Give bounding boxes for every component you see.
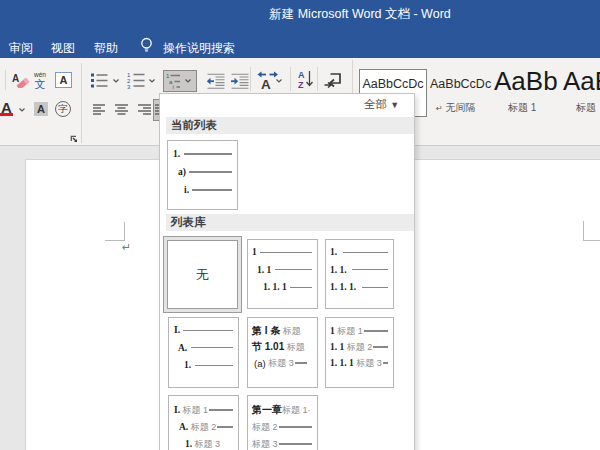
svg-text:wén: wén (33, 71, 46, 78)
svg-text:A: A (298, 70, 305, 80)
svg-text:Z: Z (298, 80, 304, 90)
svg-text:文: 文 (35, 78, 46, 89)
svg-text:i: i (173, 84, 174, 89)
svg-text:3: 3 (127, 84, 131, 90)
svg-text:A: A (261, 77, 271, 91)
svg-text:A: A (12, 73, 19, 84)
